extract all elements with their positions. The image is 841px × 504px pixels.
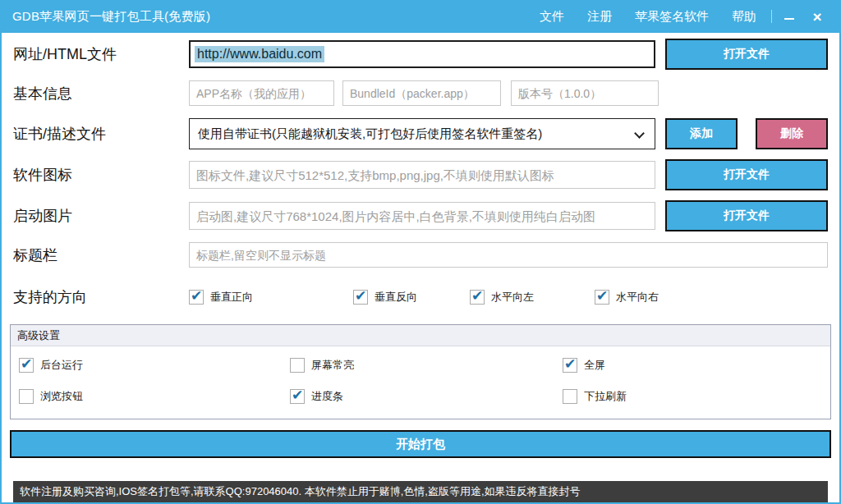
title-bar: GDB苹果网页一键打包工具(免费版) 文件 注册 苹果签名软件 帮助 × xyxy=(2,0,839,33)
title-bar-text-field[interactable] xyxy=(189,242,828,268)
version-field[interactable] xyxy=(511,80,659,106)
app-name-field[interactable] xyxy=(189,80,334,106)
checkbox-label: 浏览按钮 xyxy=(40,389,83,404)
checkbox-label: 后台运行 xyxy=(40,358,83,373)
url-selected-text: http://www.baidu.com xyxy=(195,46,324,62)
advanced-settings-group: 高级设置 后台运行 屏幕常亮 全屏 浏览按钮 xyxy=(10,324,831,419)
checkbox-label: 下拉刷新 xyxy=(584,389,627,404)
row-app-icon: 软件图标 打开文件 xyxy=(13,159,828,190)
row-launch-image: 启动图片 打开文件 xyxy=(13,200,828,231)
menu-bar: 文件 注册 苹果签名软件 帮助 × xyxy=(528,0,831,33)
add-certificate-button[interactable]: 添加 xyxy=(665,118,738,149)
advanced-settings-title: 高级设置 xyxy=(11,325,830,346)
start-packing-button[interactable]: 开始打包 xyxy=(10,430,831,458)
launch-image-field[interactable] xyxy=(189,202,655,230)
checkbox-label: 水平向左 xyxy=(491,290,534,305)
checkbox-icon[interactable] xyxy=(353,290,368,305)
checkbox-icon[interactable] xyxy=(470,290,485,305)
app-icon-field[interactable] xyxy=(189,161,655,189)
launch-image-label: 启动图片 xyxy=(13,206,189,226)
row-orientation: 支持的方向 垂直正向 垂直反向 水平向左 水平向右 xyxy=(13,287,828,307)
minimize-icon xyxy=(784,18,794,20)
row-title-bar-text: 标题栏 xyxy=(13,242,828,268)
window-title: GDB苹果网页一键打包工具(免费版) xyxy=(12,9,210,25)
title-bar-text-label: 标题栏 xyxy=(13,245,189,265)
checkbox-icon[interactable] xyxy=(290,389,305,404)
certificate-select[interactable]: 使用自带证书(只能越狱机安装,可打包好后使用签名软件重签名) xyxy=(189,118,655,149)
orientation-label: 支持的方向 xyxy=(13,287,189,307)
minimize-button[interactable] xyxy=(775,0,803,33)
status-bar: 软件注册及购买咨询,IOS签名打包等,请联系QQ:972046040. 本软件禁… xyxy=(13,481,828,502)
advanced-settings-body: 后台运行 屏幕常亮 全屏 浏览按钮 进度条 xyxy=(11,346,830,419)
certificate-selected-option: 使用自带证书(只能越狱机安装,可打包好后使用签名软件重签名) xyxy=(198,126,542,142)
row-url: 网址/HTML文件 http://www.baidu.com 打开文件 xyxy=(13,39,828,70)
checkbox-icon[interactable] xyxy=(19,389,34,404)
menu-help[interactable]: 帮助 xyxy=(720,0,768,33)
row-basic-info: 基本信息 xyxy=(13,80,828,106)
checkbox-label: 垂直正向 xyxy=(210,290,253,305)
menu-register[interactable]: 注册 xyxy=(576,0,623,33)
checkbox-label: 垂直反向 xyxy=(375,290,417,305)
titlebar-divider xyxy=(771,10,772,23)
url-input[interactable]: http://www.baidu.com xyxy=(189,40,655,68)
checkbox-keep-screen-on[interactable]: 屏幕常亮 xyxy=(290,358,563,373)
url-label: 网址/HTML文件 xyxy=(13,44,189,64)
checkbox-background-run[interactable]: 后台运行 xyxy=(19,358,290,373)
checkbox-label: 全屏 xyxy=(584,358,605,373)
row-certificate: 证书/描述文件 使用自带证书(只能越狱机安装,可打包好后使用签名软件重签名) 添… xyxy=(13,118,828,149)
checkbox-browse-buttons[interactable]: 浏览按钮 xyxy=(19,389,290,404)
checkbox-icon[interactable] xyxy=(290,358,305,373)
bundle-id-field[interactable] xyxy=(342,80,501,106)
open-launch-image-button[interactable]: 打开文件 xyxy=(665,200,828,231)
checkbox-icon[interactable] xyxy=(19,358,34,373)
checkbox-icon[interactable] xyxy=(563,358,577,373)
checkbox-icon[interactable] xyxy=(595,290,609,305)
delete-certificate-button[interactable]: 删除 xyxy=(756,118,828,149)
basic-info-label: 基本信息 xyxy=(13,84,189,103)
checkbox-label: 屏幕常亮 xyxy=(311,358,354,373)
menu-file[interactable]: 文件 xyxy=(528,0,576,33)
checkbox-icon[interactable] xyxy=(189,290,204,305)
app-window: GDB苹果网页一键打包工具(免费版) 文件 注册 苹果签名软件 帮助 × 网址/… xyxy=(0,0,841,504)
app-icon-label: 软件图标 xyxy=(13,165,189,185)
checkbox-label: 进度条 xyxy=(311,389,343,404)
checkbox-icon[interactable] xyxy=(563,389,577,404)
open-icon-file-button[interactable]: 打开文件 xyxy=(665,159,828,190)
checkbox-portrait[interactable]: 垂直正向 xyxy=(189,290,353,305)
checkbox-progress-bar[interactable]: 进度条 xyxy=(290,389,563,404)
close-button[interactable]: × xyxy=(803,0,831,33)
main-form: 网址/HTML文件 http://www.baidu.com 打开文件 基本信息… xyxy=(2,33,839,502)
checkbox-landscape-right[interactable]: 水平向右 xyxy=(595,290,659,305)
chevron-down-icon xyxy=(634,128,645,139)
checkbox-pull-to-refresh[interactable]: 下拉刷新 xyxy=(563,389,822,404)
checkbox-fullscreen[interactable]: 全屏 xyxy=(563,358,822,373)
menu-apple-sign-software[interactable]: 苹果签名软件 xyxy=(623,0,720,33)
checkbox-portrait-upside-down[interactable]: 垂直反向 xyxy=(353,290,470,305)
open-url-file-button[interactable]: 打开文件 xyxy=(665,39,828,70)
close-icon: × xyxy=(812,9,821,25)
checkbox-label: 水平向右 xyxy=(616,290,659,305)
checkbox-landscape-left[interactable]: 水平向左 xyxy=(470,290,595,305)
certificate-label: 证书/描述文件 xyxy=(13,124,189,144)
